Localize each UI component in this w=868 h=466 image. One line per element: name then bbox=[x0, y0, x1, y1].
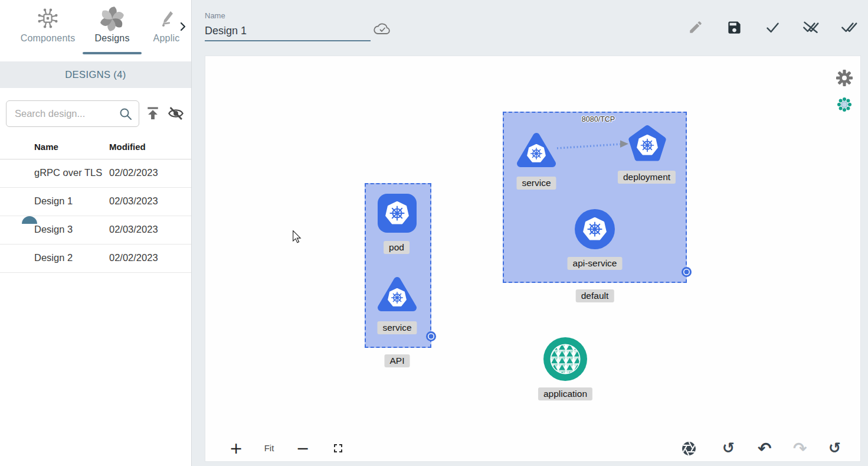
visibility-off-icon[interactable] bbox=[166, 103, 186, 123]
node-deployment[interactable] bbox=[627, 124, 668, 163]
designs-pinwheel-icon bbox=[83, 5, 142, 33]
node-api-service-label: api-service bbox=[568, 257, 623, 270]
group-api-label: API bbox=[385, 354, 410, 367]
search-icon[interactable] bbox=[119, 107, 133, 123]
header-actions bbox=[686, 18, 859, 37]
kubernetes-icon bbox=[385, 201, 409, 225]
undo-button[interactable]: ↶ bbox=[758, 439, 771, 458]
undeploy-button[interactable] bbox=[801, 18, 820, 37]
tab-components[interactable]: Components bbox=[12, 5, 84, 54]
design-modified: 02/03/2023 bbox=[109, 195, 158, 207]
cloud-saved-icon bbox=[372, 21, 392, 40]
edge-service-deployment[interactable] bbox=[553, 136, 636, 154]
kubernetes-icon bbox=[527, 144, 546, 163]
node-service-default-label: service bbox=[516, 177, 556, 190]
group-default-label: default bbox=[576, 289, 614, 302]
table-row[interactable]: Design 2 02/02/2023 bbox=[0, 245, 191, 273]
refresh-layout-button[interactable]: ↺ bbox=[722, 439, 735, 457]
search-box[interactable] bbox=[6, 100, 139, 127]
column-header-name[interactable]: Name bbox=[34, 142, 58, 152]
zoom-out-button[interactable]: − bbox=[294, 439, 311, 458]
kubernetes-icon bbox=[583, 217, 607, 241]
table-row[interactable]: Design 1 02/03/2023 bbox=[0, 188, 191, 216]
design-modified: 02/03/2023 bbox=[109, 224, 158, 235]
node-service-api-label: service bbox=[377, 321, 417, 334]
save-button[interactable] bbox=[725, 18, 743, 37]
node-application[interactable] bbox=[543, 337, 588, 382]
upload-design-button[interactable] bbox=[143, 103, 163, 123]
kubernetes-icon bbox=[388, 288, 407, 307]
search-row bbox=[0, 99, 191, 129]
column-header-modified[interactable]: Modified bbox=[109, 142, 146, 152]
sidebar: Components Designs bbox=[0, 0, 192, 466]
tab-designs[interactable]: Designs bbox=[83, 5, 142, 54]
screenshot-aperture-button[interactable] bbox=[681, 441, 697, 459]
design-name: Design 3 bbox=[34, 224, 73, 235]
kubernetes-icon bbox=[637, 135, 658, 156]
table-header: Name Modified bbox=[0, 136, 191, 159]
zoom-in-button[interactable]: + bbox=[228, 439, 244, 458]
node-api-service[interactable] bbox=[575, 209, 615, 249]
designs-table: Name Modified gRPC over TLS 02/02/2023 D… bbox=[0, 136, 191, 273]
group-default-handle[interactable] bbox=[682, 267, 692, 277]
design-canvas[interactable]: default API 8080/TCP pod bbox=[205, 56, 861, 462]
tab-applications-label: Applic bbox=[153, 33, 180, 43]
main-header: Name bbox=[192, 0, 868, 56]
canvas-settings-gear-icon[interactable] bbox=[836, 69, 853, 89]
node-service-api[interactable] bbox=[376, 275, 418, 313]
kubernetes-context-icon[interactable] bbox=[837, 97, 852, 115]
canvas-toolbar: + Fit − bbox=[205, 439, 860, 462]
edge-port-label: 8080/TCP bbox=[582, 115, 615, 123]
redo-button[interactable]: ↷ bbox=[793, 439, 807, 458]
node-application-label: application bbox=[538, 387, 592, 400]
design-modified: 02/02/2023 bbox=[109, 252, 158, 263]
design-name: gRPC over TLS bbox=[34, 167, 102, 178]
validate-button[interactable] bbox=[763, 18, 782, 37]
node-pod[interactable] bbox=[378, 194, 417, 233]
tab-designs-label: Designs bbox=[94, 33, 129, 43]
design-name-label: Name bbox=[205, 11, 225, 20]
design-name-input[interactable] bbox=[205, 22, 371, 39]
reset-view-button[interactable]: ↺ bbox=[828, 439, 841, 457]
fullscreen-button[interactable] bbox=[331, 441, 345, 458]
design-name: Design 2 bbox=[34, 252, 73, 263]
design-name: Design 1 bbox=[34, 195, 73, 207]
table-row[interactable]: gRPC over TLS 02/02/2023 bbox=[0, 159, 191, 188]
name-input-underline bbox=[205, 40, 371, 41]
sidebar-tabs: Components Designs bbox=[0, 0, 191, 61]
chevron-right-icon[interactable] bbox=[178, 20, 189, 34]
fit-button[interactable]: Fit bbox=[257, 439, 281, 458]
node-deployment-label: deployment bbox=[618, 171, 676, 184]
mouse-cursor bbox=[291, 230, 302, 243]
components-icon bbox=[12, 5, 84, 33]
node-service-default[interactable] bbox=[515, 131, 558, 169]
edit-button[interactable] bbox=[686, 18, 705, 37]
active-tab-underline bbox=[83, 52, 142, 54]
design-modified: 02/02/2023 bbox=[109, 167, 158, 178]
deploy-button[interactable] bbox=[840, 18, 859, 37]
node-pod-label: pod bbox=[384, 241, 410, 254]
tab-components-label: Components bbox=[21, 33, 76, 43]
group-api-handle[interactable] bbox=[426, 331, 436, 341]
search-input[interactable] bbox=[15, 101, 115, 126]
panel-title: DESIGNS (4) bbox=[0, 61, 191, 88]
